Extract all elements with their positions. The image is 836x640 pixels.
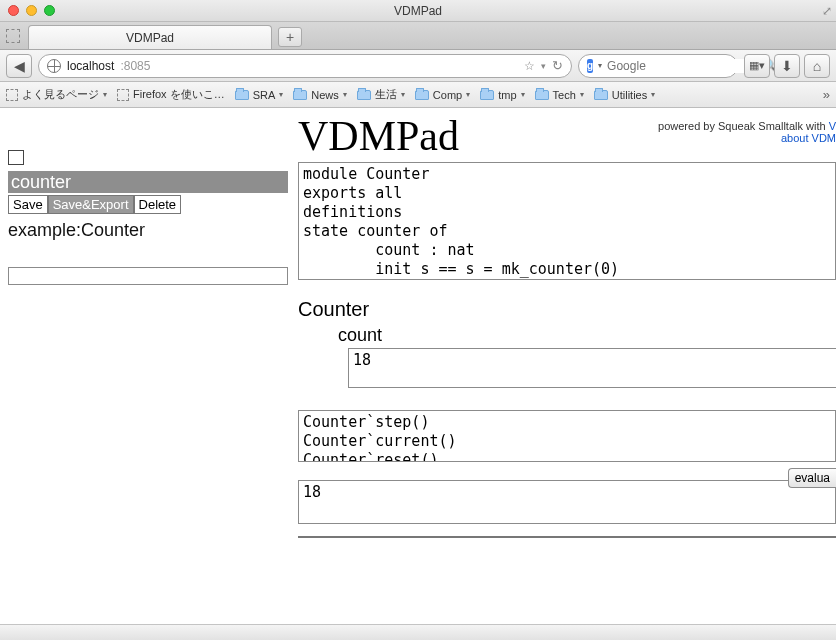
downloads-button[interactable]: ⬇ (774, 54, 800, 78)
powered-by: powered by Squeak Smalltalk with V about… (658, 120, 836, 144)
save-export-button[interactable]: Save&Export (48, 195, 134, 214)
bookmarks-overflow-icon[interactable]: » (823, 87, 830, 102)
bookmark-label: SRA (253, 89, 276, 101)
result-output: 18 (298, 480, 836, 524)
bookmark-folder-utilities[interactable]: Utilities▾ (594, 89, 655, 101)
tab-strip: VDMPad + (0, 22, 836, 50)
browser-tab[interactable]: VDMPad (28, 25, 272, 49)
quicklinks-button[interactable]: ▦▾ (744, 54, 770, 78)
module-code-editor[interactable]: module Counter exports all definitions s… (298, 162, 836, 280)
search-dropdown-caret-icon[interactable]: ▾ (598, 61, 602, 70)
back-button[interactable]: ◀ (6, 54, 32, 78)
status-bar (0, 624, 836, 640)
bookmark-label: Utilities (612, 89, 647, 101)
bookmark-label: Firefox を使いこ… (133, 87, 225, 102)
chevron-down-icon: ▾ (103, 90, 107, 99)
main-panel: powered by Squeak Smalltalk with V about… (290, 108, 836, 624)
folder-icon (480, 90, 494, 100)
project-selected[interactable]: counter (8, 171, 288, 193)
folder-icon (415, 90, 429, 100)
search-input[interactable] (607, 59, 757, 73)
bookmark-star-icon[interactable]: ☆ (524, 59, 535, 73)
chevron-down-icon: ▾ (466, 90, 470, 99)
new-tab-button[interactable]: + (278, 27, 302, 47)
resize-grip-icon[interactable]: ⤢ (822, 4, 832, 18)
bookmark-folder-tmp[interactable]: tmp▾ (480, 89, 524, 101)
search-box[interactable]: g ▾ 🔍 (578, 54, 738, 78)
chevron-down-icon: ▾ (343, 90, 347, 99)
google-engine-icon[interactable]: g (587, 59, 593, 73)
tab-groups-icon[interactable] (6, 29, 20, 43)
chevron-down-icon: ▾ (521, 90, 525, 99)
toolbar-right-group: ▦▾ ⬇ ⌂ (744, 54, 830, 78)
bookmark-folder-life[interactable]: 生活▾ (357, 87, 405, 102)
sidebar-input[interactable] (8, 267, 288, 285)
sidebar-checkbox[interactable] (8, 150, 24, 165)
count-value-input[interactable]: 18 (348, 348, 836, 388)
chevron-down-icon: ▾ (279, 90, 283, 99)
bookmark-placeholder-icon (117, 89, 129, 101)
evaluate-button[interactable]: evalua (788, 468, 836, 488)
folder-icon (357, 90, 371, 100)
bookmark-label: News (311, 89, 339, 101)
folder-icon (235, 90, 249, 100)
bookmark-folder-comp[interactable]: Comp▾ (415, 89, 470, 101)
bookmark-placeholder-icon (6, 89, 18, 101)
dropdown-caret-icon[interactable]: ▾ (541, 61, 546, 71)
divider (298, 536, 836, 538)
sidebar: counter Save Save&Export Delete example:… (0, 108, 290, 624)
delete-button[interactable]: Delete (134, 195, 182, 214)
about-link[interactable]: about VDM (781, 132, 836, 144)
bookmark-label: Comp (433, 89, 462, 101)
bookmarks-bar: よく見るページ ▾ Firefox を使いこ… SRA▾ News▾ 生活▾ C… (0, 82, 836, 108)
folder-icon (535, 90, 549, 100)
window-titlebar: VDMPad ⤢ (0, 0, 836, 22)
project-name: counter (11, 172, 71, 193)
chevron-down-icon: ▾ (651, 90, 655, 99)
page-content: counter Save Save&Export Delete example:… (0, 108, 836, 624)
bookmark-label: Tech (553, 89, 576, 101)
bookmark-label: tmp (498, 89, 516, 101)
tab-label: VDMPad (126, 31, 174, 45)
project-buttons: Save Save&Export Delete (8, 195, 286, 214)
expression-editor[interactable]: Counter`step() Counter`current() Counter… (298, 410, 836, 462)
count-label: count (338, 325, 836, 346)
bookmark-folder-tech[interactable]: Tech▾ (535, 89, 584, 101)
state-section-label: Counter (298, 298, 836, 321)
globe-icon (47, 59, 61, 73)
example-item[interactable]: example:Counter (8, 220, 286, 241)
folder-icon (594, 90, 608, 100)
bookmark-label: 生活 (375, 87, 397, 102)
bookmark-firefox-tips[interactable]: Firefox を使いこ… (117, 87, 225, 102)
chevron-down-icon: ▾ (401, 90, 405, 99)
bookmark-folder-news[interactable]: News▾ (293, 89, 347, 101)
url-host: localhost (67, 59, 114, 73)
navigation-toolbar: ◀ localhost:8085 ☆ ▾ ↻ g ▾ 🔍 ▦▾ ⬇ ⌂ (0, 50, 836, 82)
folder-icon (293, 90, 307, 100)
bookmark-folder-sra[interactable]: SRA▾ (235, 89, 284, 101)
home-button[interactable]: ⌂ (804, 54, 830, 78)
powered-link[interactable]: V (829, 120, 836, 132)
address-bar[interactable]: localhost:8085 ☆ ▾ ↻ (38, 54, 572, 78)
reload-button[interactable]: ↻ (552, 58, 563, 73)
chevron-down-icon: ▾ (580, 90, 584, 99)
save-button[interactable]: Save (8, 195, 48, 214)
powered-text: powered by Squeak Smalltalk with (658, 120, 829, 132)
bookmark-label: よく見るページ (22, 87, 99, 102)
bookmark-most-visited[interactable]: よく見るページ ▾ (6, 87, 107, 102)
window-title: VDMPad (0, 4, 836, 18)
url-port: :8085 (120, 59, 150, 73)
